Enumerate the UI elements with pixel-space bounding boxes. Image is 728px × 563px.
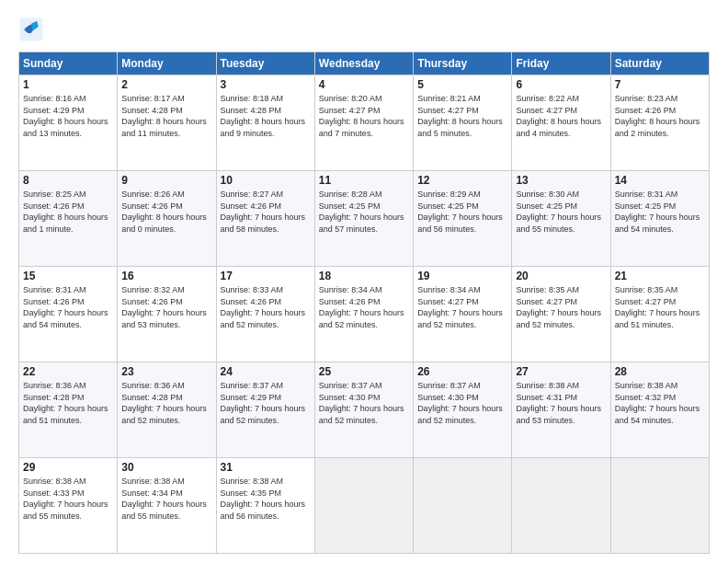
- day-cell: 2 Sunrise: 8:17 AMSunset: 4:28 PMDayligh…: [118, 75, 216, 171]
- day-number: 11: [319, 174, 409, 187]
- week-row-4: 22 Sunrise: 8:36 AMSunset: 4:28 PMDaylig…: [19, 362, 710, 458]
- page: SundayMondayTuesdayWednesdayThursdayFrid…: [0, 0, 728, 563]
- week-row-2: 8 Sunrise: 8:25 AMSunset: 4:26 PMDayligh…: [19, 171, 710, 267]
- day-info: Sunrise: 8:25 AMSunset: 4:26 PMDaylight:…: [23, 189, 113, 235]
- day-number: 27: [516, 365, 606, 378]
- day-info: Sunrise: 8:30 AMSunset: 4:25 PMDaylight:…: [516, 189, 606, 235]
- day-cell: 3 Sunrise: 8:18 AMSunset: 4:28 PMDayligh…: [216, 75, 314, 171]
- day-info: Sunrise: 8:26 AMSunset: 4:26 PMDaylight:…: [121, 189, 211, 235]
- day-cell: 13 Sunrise: 8:30 AMSunset: 4:25 PMDaylig…: [512, 171, 610, 267]
- day-number: 28: [615, 365, 705, 378]
- day-cell: 25 Sunrise: 8:37 AMSunset: 4:30 PMDaylig…: [314, 362, 413, 458]
- day-info: Sunrise: 8:35 AMSunset: 4:27 PMDaylight:…: [516, 284, 606, 330]
- day-number: 22: [23, 365, 113, 378]
- day-info: Sunrise: 8:38 AMSunset: 4:32 PMDaylight:…: [615, 380, 705, 426]
- day-info: Sunrise: 8:36 AMSunset: 4:28 PMDaylight:…: [121, 380, 211, 426]
- day-info: Sunrise: 8:38 AMSunset: 4:33 PMDaylight:…: [23, 476, 113, 522]
- day-number: 17: [221, 270, 311, 282]
- day-number: 19: [417, 270, 507, 282]
- day-info: Sunrise: 8:31 AMSunset: 4:26 PMDaylight:…: [23, 284, 113, 330]
- day-info: Sunrise: 8:37 AMSunset: 4:30 PMDaylight:…: [417, 380, 507, 426]
- day-cell: [610, 458, 709, 554]
- day-number: 29: [23, 461, 113, 474]
- day-info: Sunrise: 8:20 AMSunset: 4:27 PMDaylight:…: [319, 93, 409, 139]
- day-cell: 17 Sunrise: 8:33 AMSunset: 4:26 PMDaylig…: [216, 267, 314, 362]
- day-cell: 20 Sunrise: 8:35 AMSunset: 4:27 PMDaylig…: [512, 267, 610, 362]
- week-row-3: 15 Sunrise: 8:31 AMSunset: 4:26 PMDaylig…: [19, 267, 710, 362]
- day-number: 13: [516, 174, 606, 187]
- logo-icon: [18, 17, 44, 42]
- weekday-tuesday: Tuesday: [216, 52, 314, 75]
- day-cell: 12 Sunrise: 8:29 AMSunset: 4:25 PMDaylig…: [414, 171, 512, 267]
- day-cell: 30 Sunrise: 8:38 AMSunset: 4:34 PMDaylig…: [118, 458, 216, 554]
- day-number: 4: [319, 78, 409, 91]
- day-info: Sunrise: 8:35 AMSunset: 4:27 PMDaylight:…: [615, 284, 705, 330]
- day-number: 7: [615, 78, 705, 91]
- day-number: 9: [121, 174, 211, 187]
- day-number: 5: [417, 78, 507, 91]
- day-number: 8: [23, 174, 113, 187]
- day-cell: 23 Sunrise: 8:36 AMSunset: 4:28 PMDaylig…: [118, 362, 216, 458]
- day-cell: 8 Sunrise: 8:25 AMSunset: 4:26 PMDayligh…: [19, 171, 118, 267]
- day-cell: 21 Sunrise: 8:35 AMSunset: 4:27 PMDaylig…: [610, 267, 709, 362]
- day-number: 6: [516, 78, 606, 91]
- day-cell: 10 Sunrise: 8:27 AMSunset: 4:26 PMDaylig…: [216, 171, 314, 267]
- day-number: 12: [417, 174, 507, 187]
- day-info: Sunrise: 8:29 AMSunset: 4:25 PMDaylight:…: [417, 189, 507, 235]
- day-info: Sunrise: 8:37 AMSunset: 4:29 PMDaylight:…: [221, 380, 311, 426]
- day-number: 15: [23, 270, 113, 282]
- day-info: Sunrise: 8:31 AMSunset: 4:25 PMDaylight:…: [615, 189, 705, 235]
- day-info: Sunrise: 8:18 AMSunset: 4:28 PMDaylight:…: [221, 93, 311, 139]
- week-row-5: 29 Sunrise: 8:38 AMSunset: 4:33 PMDaylig…: [19, 458, 710, 554]
- day-cell: [414, 458, 512, 554]
- day-cell: 6 Sunrise: 8:22 AMSunset: 4:27 PMDayligh…: [512, 75, 610, 171]
- day-number: 14: [615, 174, 705, 187]
- day-cell: 7 Sunrise: 8:23 AMSunset: 4:26 PMDayligh…: [610, 75, 709, 171]
- day-info: Sunrise: 8:38 AMSunset: 4:34 PMDaylight:…: [121, 476, 211, 522]
- day-cell: 27 Sunrise: 8:38 AMSunset: 4:31 PMDaylig…: [512, 362, 610, 458]
- day-cell: 15 Sunrise: 8:31 AMSunset: 4:26 PMDaylig…: [19, 267, 118, 362]
- day-info: Sunrise: 8:38 AMSunset: 4:31 PMDaylight:…: [516, 380, 606, 426]
- day-cell: 18 Sunrise: 8:34 AMSunset: 4:26 PMDaylig…: [314, 267, 413, 362]
- day-cell: 28 Sunrise: 8:38 AMSunset: 4:32 PMDaylig…: [610, 362, 709, 458]
- header: [18, 17, 710, 42]
- day-cell: 1 Sunrise: 8:16 AMSunset: 4:29 PMDayligh…: [19, 75, 118, 171]
- day-info: Sunrise: 8:34 AMSunset: 4:27 PMDaylight:…: [417, 284, 507, 330]
- day-cell: 31 Sunrise: 8:38 AMSunset: 4:35 PMDaylig…: [216, 458, 314, 554]
- day-info: Sunrise: 8:23 AMSunset: 4:26 PMDaylight:…: [615, 93, 705, 139]
- day-cell: 26 Sunrise: 8:37 AMSunset: 4:30 PMDaylig…: [414, 362, 512, 458]
- week-row-1: 1 Sunrise: 8:16 AMSunset: 4:29 PMDayligh…: [19, 75, 710, 171]
- day-info: Sunrise: 8:17 AMSunset: 4:28 PMDaylight:…: [121, 93, 211, 139]
- day-number: 30: [121, 461, 211, 474]
- day-cell: 11 Sunrise: 8:28 AMSunset: 4:25 PMDaylig…: [314, 171, 413, 267]
- weekday-header-row: SundayMondayTuesdayWednesdayThursdayFrid…: [19, 52, 710, 75]
- day-cell: 24 Sunrise: 8:37 AMSunset: 4:29 PMDaylig…: [216, 362, 314, 458]
- weekday-saturday: Saturday: [610, 52, 709, 75]
- day-number: 20: [516, 270, 606, 282]
- day-cell: 19 Sunrise: 8:34 AMSunset: 4:27 PMDaylig…: [414, 267, 512, 362]
- day-number: 25: [319, 365, 409, 378]
- day-cell: 14 Sunrise: 8:31 AMSunset: 4:25 PMDaylig…: [610, 171, 709, 267]
- day-info: Sunrise: 8:36 AMSunset: 4:28 PMDaylight:…: [23, 380, 113, 426]
- day-number: 10: [221, 174, 311, 187]
- day-number: 2: [121, 78, 211, 91]
- day-info: Sunrise: 8:34 AMSunset: 4:26 PMDaylight:…: [319, 284, 409, 330]
- day-info: Sunrise: 8:37 AMSunset: 4:30 PMDaylight:…: [319, 380, 409, 426]
- logo: [18, 17, 48, 42]
- day-number: 3: [221, 78, 311, 91]
- day-info: Sunrise: 8:28 AMSunset: 4:25 PMDaylight:…: [319, 189, 409, 235]
- calendar-table: SundayMondayTuesdayWednesdayThursdayFrid…: [18, 52, 710, 554]
- day-info: Sunrise: 8:32 AMSunset: 4:26 PMDaylight:…: [121, 284, 211, 330]
- day-info: Sunrise: 8:27 AMSunset: 4:26 PMDaylight:…: [221, 189, 311, 235]
- day-cell: 22 Sunrise: 8:36 AMSunset: 4:28 PMDaylig…: [19, 362, 118, 458]
- day-number: 26: [417, 365, 507, 378]
- day-number: 21: [615, 270, 705, 282]
- weekday-friday: Friday: [512, 52, 610, 75]
- day-number: 16: [121, 270, 211, 282]
- day-number: 1: [23, 78, 113, 91]
- day-number: 31: [221, 461, 311, 474]
- day-cell: [512, 458, 610, 554]
- day-info: Sunrise: 8:22 AMSunset: 4:27 PMDaylight:…: [516, 93, 606, 139]
- day-cell: 29 Sunrise: 8:38 AMSunset: 4:33 PMDaylig…: [19, 458, 118, 554]
- day-number: 24: [221, 365, 311, 378]
